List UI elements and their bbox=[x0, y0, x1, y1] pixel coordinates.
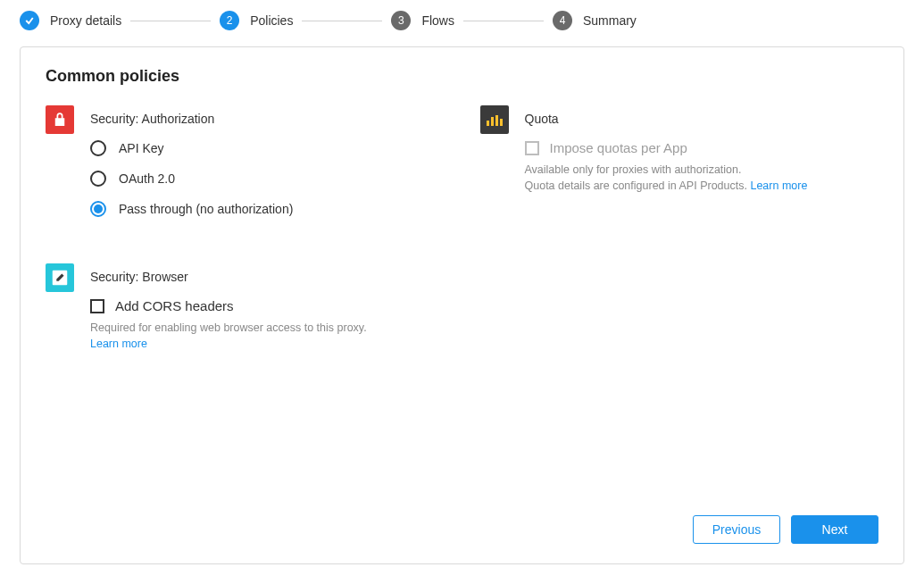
step-label: Flows bbox=[421, 13, 454, 28]
step-flows[interactable]: 3 Flows bbox=[391, 11, 454, 30]
section-heading: Security: Browser bbox=[90, 270, 445, 284]
checkbox-add-cors[interactable]: Add CORS headers bbox=[90, 298, 445, 313]
bars-icon bbox=[480, 105, 509, 134]
step-label: Summary bbox=[583, 13, 637, 28]
learn-more-link[interactable]: Learn more bbox=[90, 338, 147, 350]
checkbox-icon bbox=[525, 141, 539, 155]
section-heading: Security: Authorization bbox=[90, 112, 445, 126]
radio-label: Pass through (no authorization) bbox=[119, 202, 293, 216]
step-label: Policies bbox=[250, 13, 293, 28]
checkbox-label: Add CORS headers bbox=[115, 298, 234, 313]
step-divider bbox=[302, 21, 382, 21]
block-quota: Quota Impose quotas per App Available on… bbox=[480, 105, 879, 194]
helper-line: Available only for proxies with authoriz… bbox=[525, 163, 742, 176]
block-security-authorization: Security: Authorization API Key OAuth 2.… bbox=[46, 105, 445, 231]
section-heading: Quota bbox=[525, 112, 879, 126]
checkbox-impose-quotas: Impose quotas per App bbox=[525, 140, 879, 155]
lock-icon bbox=[46, 105, 74, 134]
radio-icon bbox=[90, 140, 106, 156]
block-security-browser: Security: Browser Add CORS headers Requi… bbox=[46, 263, 445, 352]
step-number: 3 bbox=[391, 11, 411, 30]
helper-line: Required for enabling web browser access… bbox=[90, 321, 367, 334]
step-summary[interactable]: 4 Summary bbox=[553, 11, 637, 30]
radio-oauth[interactable]: OAuth 2.0 bbox=[90, 171, 445, 187]
stepper: Proxy details 2 Policies 3 Flows 4 Summa… bbox=[20, 11, 904, 30]
radio-label: API Key bbox=[119, 141, 164, 155]
step-number: 2 bbox=[220, 11, 239, 30]
helper-text: Available only for proxies with authoriz… bbox=[525, 163, 879, 194]
radio-icon bbox=[90, 171, 106, 187]
helper-line: Quota details are configured in API Prod… bbox=[525, 179, 747, 192]
radio-pass-through[interactable]: Pass through (no authorization) bbox=[90, 201, 445, 217]
next-button[interactable]: Next bbox=[791, 515, 878, 544]
step-divider bbox=[463, 21, 544, 21]
previous-button[interactable]: Previous bbox=[693, 515, 780, 544]
pencil-icon bbox=[46, 263, 74, 292]
svg-rect-4 bbox=[500, 119, 503, 126]
radio-label: OAuth 2.0 bbox=[119, 171, 175, 186]
panel-common-policies: Common policies Security: Authorization … bbox=[20, 46, 904, 564]
step-divider bbox=[130, 21, 211, 21]
step-label: Proxy details bbox=[50, 13, 121, 28]
learn-more-link[interactable]: Learn more bbox=[750, 179, 807, 192]
step-number: 4 bbox=[553, 11, 572, 30]
step-policies[interactable]: 2 Policies bbox=[220, 11, 293, 30]
svg-rect-2 bbox=[491, 117, 494, 126]
radio-api-key[interactable]: API Key bbox=[90, 140, 445, 156]
svg-rect-1 bbox=[487, 121, 489, 126]
helper-text: Required for enabling web browser access… bbox=[90, 321, 445, 352]
footer: Previous Next bbox=[46, 515, 878, 544]
checkbox-icon bbox=[90, 299, 104, 313]
svg-rect-3 bbox=[495, 115, 498, 126]
page-title: Common policies bbox=[46, 67, 878, 86]
checkbox-label: Impose quotas per App bbox=[550, 140, 687, 155]
radio-icon bbox=[90, 201, 106, 217]
step-proxy-details[interactable]: Proxy details bbox=[20, 11, 121, 30]
check-icon bbox=[20, 11, 39, 30]
